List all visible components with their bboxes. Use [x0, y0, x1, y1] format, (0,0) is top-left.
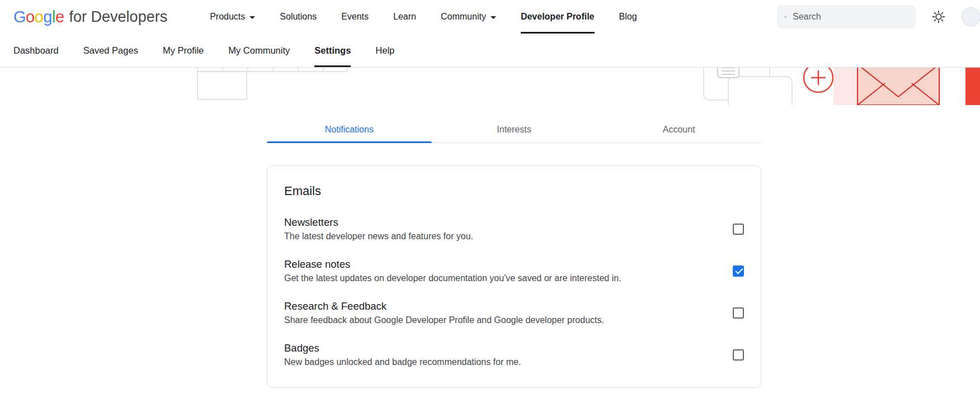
- google-for-developers-logo[interactable]: Google for Developers: [13, 0, 167, 34]
- subnav-item-label: Help: [375, 45, 394, 56]
- red-bar-decoration: [965, 68, 980, 105]
- main-nav: Products Solutions Events Learn Communit…: [210, 0, 637, 34]
- chevron-down-icon: [249, 16, 255, 19]
- subnav-item-dashboard[interactable]: Dashboard: [13, 34, 59, 67]
- nav-item-label: Developer Profile: [521, 12, 595, 22]
- logo-suffix: for Developers: [69, 8, 168, 26]
- subnav-item-label: Saved Pages: [83, 45, 138, 56]
- email-setting-title: Newsletters: [284, 216, 473, 229]
- logo-letter: g: [43, 8, 52, 26]
- settings-tabs: Notifications Interests Account: [267, 116, 761, 143]
- tab-account[interactable]: Account: [596, 116, 761, 143]
- header-actions: [777, 5, 980, 29]
- theme-toggle-button[interactable]: [931, 10, 946, 24]
- email-setting-row-badges: Badges New badges unlocked and badge rec…: [284, 342, 744, 367]
- subnav-item-label: My Community: [228, 45, 290, 56]
- tab-label: Notifications: [325, 125, 374, 135]
- avatar[interactable]: [962, 7, 980, 26]
- email-setting-row-release-notes: Release notes Get the latest updates on …: [284, 258, 744, 283]
- nav-item-label: Blog: [619, 12, 637, 22]
- research-feedback-checkbox[interactable]: [733, 307, 744, 319]
- email-setting-text: Newsletters The latest developer news an…: [284, 216, 473, 241]
- envelope-illustration: [833, 68, 941, 105]
- logo-letter: o: [35, 8, 44, 26]
- email-setting-text: Badges New badges unlocked and badge rec…: [284, 342, 521, 367]
- email-setting-text: Release notes Get the latest updates on …: [284, 258, 621, 283]
- nav-item-label: Solutions: [280, 12, 317, 22]
- subnav-item-saved-pages[interactable]: Saved Pages: [83, 34, 138, 67]
- newsletters-checkbox[interactable]: [733, 224, 744, 235]
- email-setting-title: Research & Feedback: [284, 300, 604, 312]
- nav-item-blog[interactable]: Blog: [619, 0, 637, 34]
- brightness-icon: [931, 10, 946, 24]
- nav-item-developer-profile[interactable]: Developer Profile: [521, 0, 595, 34]
- subnav-item-settings[interactable]: Settings: [314, 34, 351, 67]
- email-setting-description: Share feedback about Google Developer Pr…: [284, 315, 604, 325]
- add-circle-icon: [804, 68, 833, 92]
- badges-checkbox[interactable]: [733, 349, 744, 361]
- nav-item-learn[interactable]: Learn: [393, 0, 416, 34]
- emails-card-title: Emails: [284, 184, 744, 198]
- banner-decoration-graphic: [0, 68, 980, 105]
- nav-item-label: Learn: [393, 12, 416, 22]
- decorative-banner: [0, 68, 980, 105]
- email-setting-text: Research & Feedback Share feedback about…: [284, 300, 604, 325]
- subnav-item-label: Dashboard: [13, 45, 59, 56]
- logo-letter: o: [26, 8, 35, 26]
- chevron-down-icon: [491, 16, 496, 19]
- nav-item-products[interactable]: Products: [210, 0, 255, 34]
- tab-label: Account: [663, 125, 695, 135]
- nav-item-community[interactable]: Community: [441, 0, 496, 34]
- email-setting-description: Get the latest updates on developer docu…: [284, 273, 621, 283]
- top-header: Google for Developers Products Solutions…: [0, 0, 980, 34]
- search-input[interactable]: [793, 12, 908, 22]
- subnav-item-label: Settings: [314, 45, 351, 56]
- subnav-item-label: My Profile: [163, 45, 204, 56]
- tab-label: Interests: [497, 125, 531, 135]
- subnav-item-help[interactable]: Help: [375, 34, 394, 67]
- search-box[interactable]: [777, 5, 916, 29]
- profile-subnav: Dashboard Saved Pages My Profile My Comm…: [0, 34, 980, 68]
- email-setting-row-research-feedback: Research & Feedback Share feedback about…: [284, 300, 744, 325]
- email-setting-description: The latest developer news and features f…: [284, 231, 473, 241]
- tab-notifications[interactable]: Notifications: [267, 116, 432, 143]
- nav-item-events[interactable]: Events: [341, 0, 369, 34]
- document-illustration: [704, 68, 792, 105]
- search-icon: [784, 11, 787, 22]
- logo-letter: G: [13, 8, 26, 26]
- grid-squares-decoration: [197, 68, 347, 99]
- google-logo-wordmark: Google: [13, 8, 64, 26]
- nav-item-solutions[interactable]: Solutions: [280, 0, 317, 34]
- email-setting-title: Badges: [284, 342, 521, 354]
- email-setting-row-newsletters: Newsletters The latest developer news an…: [284, 216, 744, 241]
- nav-item-label: Events: [341, 12, 369, 22]
- subnav-item-my-profile[interactable]: My Profile: [163, 34, 204, 67]
- nav-item-label: Products: [210, 12, 245, 22]
- tab-interests[interactable]: Interests: [432, 116, 597, 143]
- email-setting-title: Release notes: [284, 258, 621, 271]
- logo-letter: e: [55, 8, 64, 26]
- subnav-item-my-community[interactable]: My Community: [228, 34, 290, 67]
- release-notes-checkbox[interactable]: [733, 265, 744, 277]
- emails-card: Emails Newsletters The latest developer …: [267, 165, 761, 388]
- email-setting-description: New badges unlocked and badge recommenda…: [284, 357, 521, 367]
- nav-item-label: Community: [441, 12, 486, 22]
